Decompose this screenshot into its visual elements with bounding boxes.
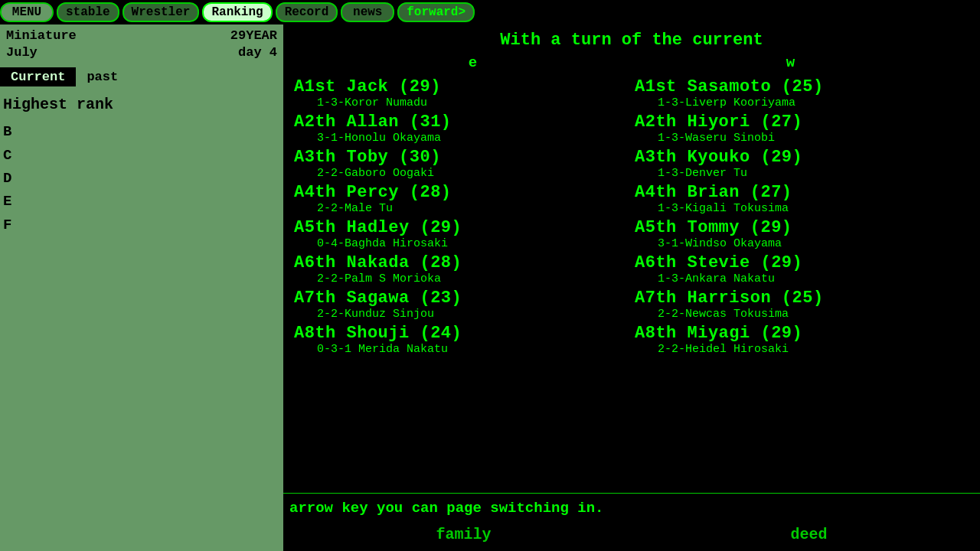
wrestlers-grid: A1st Jack (29)1-3-Koror NumaduA2th Allan… (283, 73, 980, 493)
right-wrestler-4: A5th Tommy (29)3-1-Windso Okayama (632, 217, 972, 252)
left-wrestler-name-2: A3th Toby (30) (294, 148, 629, 167)
left-column: A1st Jack (29)1-3-Koror NumaduA2th Allan… (291, 76, 632, 490)
right-wrestler-name-0: A1st Sasamoto (25) (635, 77, 969, 96)
left-wrestler-1: A2th Allan (31)3-1-Honolu Okayama (291, 111, 632, 146)
left-wrestler-record-2: 2-2-Gaboro Oogaki (294, 167, 629, 180)
forward-button[interactable]: forward> (397, 2, 475, 22)
subtitle-left: e (469, 53, 477, 73)
left-wrestler-name-7: A8th Shouji (24) (294, 324, 629, 343)
subtitle-right: w (786, 53, 795, 73)
left-wrestler-record-6: 2-2-Kunduz Sinjou (294, 308, 629, 321)
right-wrestler-record-2: 1-3-Denver Tu (635, 167, 969, 180)
right-wrestler-name-3: A4th Brian (27) (635, 183, 969, 202)
main-layout: Miniature 29YEAR July day 4 Current past… (0, 24, 980, 551)
left-wrestler-7: A8th Shouji (24)0-3-1 Merida Nakatu (291, 322, 632, 357)
left-wrestler-record-4: 0-4-Baghda Hirosaki (294, 237, 629, 250)
left-wrestler-record-7: 0-3-1 Merida Nakatu (294, 343, 629, 356)
right-wrestler-record-4: 3-1-Windso Okayama (635, 237, 969, 250)
bottom-deed[interactable]: deed (790, 526, 827, 543)
left-wrestler-record-0: 1-3-Koror Numadu (294, 96, 629, 109)
left-wrestler-name-3: A4th Percy (28) (294, 183, 629, 202)
right-wrestler-0: A1st Sasamoto (25)1-3-Liverp Kooriyama (632, 76, 972, 111)
top-nav: MENU stable Wrestler Ranking Record news… (0, 0, 980, 24)
left-wrestler-name-5: A6th Nakada (28) (294, 253, 629, 272)
right-wrestler-1: A2th Hiyori (27)1-3-Waseru Sinobi (632, 111, 972, 146)
sidebar-content: Highest rank B C D E F (0, 86, 283, 243)
right-wrestler-record-6: 2-2-Newcas Tokusima (635, 308, 969, 321)
left-wrestler-record-1: 3-1-Honolu Okayama (294, 132, 629, 145)
bottom-bar: family deed (286, 517, 977, 548)
right-wrestler-2: A3th Kyouko (29)1-3-Denver Tu (632, 146, 972, 181)
right-wrestler-7: A8th Miyagi (29)2-2-Heidel Hirosaki (632, 322, 972, 357)
left-wrestler-6: A7th Sagawa (23)2-2-Kunduz Sinjou (291, 287, 632, 322)
content-header: With a turn of the current e w (283, 24, 980, 73)
bottom-family[interactable]: family (436, 526, 491, 543)
left-wrestler-2: A3th Toby (30)2-2-Gaboro Oogaki (291, 146, 632, 181)
tab-current[interactable]: Current (0, 67, 76, 86)
right-wrestler-name-5: A6th Stevie (29) (635, 253, 969, 272)
content-area: With a turn of the current e w A1st Jack… (283, 24, 980, 551)
record-button[interactable]: Record (276, 2, 338, 22)
news-button[interactable]: news (341, 2, 394, 22)
left-wrestler-name-4: A5th Hadley (29) (294, 218, 629, 237)
stable-button[interactable]: stable (57, 2, 119, 22)
right-wrestler-record-7: 2-2-Heidel Hirosaki (635, 343, 969, 356)
highest-rank-label: Highest rank (3, 93, 280, 117)
menu-button[interactable]: MENU (0, 2, 54, 22)
grade-e: E (3, 190, 280, 213)
right-wrestler-record-3: 1-3-Kigali Tokusima (635, 202, 969, 215)
right-wrestler-name-2: A3th Kyouko (29) (635, 148, 969, 167)
day-label: day 4 (238, 44, 277, 61)
grade-d: D (3, 167, 280, 190)
sidebar-tabs: Current past (0, 67, 283, 86)
content-footer: arrow key you can page switching in. fam… (283, 493, 980, 551)
sidebar-header: Miniature 29YEAR July day 4 (0, 24, 283, 64)
right-wrestler-name-4: A5th Tommy (29) (635, 218, 969, 237)
footer-message: arrow key you can page switching in. (286, 500, 977, 517)
left-wrestler-record-3: 2-2-Male Tu (294, 202, 629, 215)
tab-past[interactable]: past (76, 67, 129, 86)
sidebar: Miniature 29YEAR July day 4 Current past… (0, 24, 283, 551)
right-wrestler-name-6: A7th Harrison (25) (635, 289, 969, 308)
left-wrestler-3: A4th Percy (28)2-2-Male Tu (291, 181, 632, 217)
left-wrestler-name-0: A1st Jack (29) (294, 77, 629, 96)
right-wrestler-record-5: 1-3-Ankara Nakatu (635, 272, 969, 285)
left-wrestler-name-1: A2th Allan (31) (294, 112, 629, 132)
left-wrestler-name-6: A7th Sagawa (23) (294, 289, 629, 308)
right-column: A1st Sasamoto (25)1-3-Liverp KooriyamaA2… (632, 76, 972, 490)
right-wrestler-6: A7th Harrison (25)2-2-Newcas Tokusima (632, 287, 972, 322)
left-wrestler-0: A1st Jack (29)1-3-Koror Numadu (291, 76, 632, 111)
left-wrestler-record-5: 2-2-Palm S Morioka (294, 272, 629, 285)
right-wrestler-3: A4th Brian (27)1-3-Kigali Tokusima (632, 181, 972, 217)
right-wrestler-record-0: 1-3-Liverp Kooriyama (635, 96, 969, 109)
header-title: With a turn of the current (283, 29, 980, 53)
right-wrestler-name-1: A2th Hiyori (27) (635, 112, 969, 132)
right-wrestler-5: A6th Stevie (29)1-3-Ankara Nakatu (632, 252, 972, 287)
wrestler-button[interactable]: Wrestler (122, 2, 200, 22)
year-label: 29YEAR (230, 28, 277, 44)
right-wrestler-name-7: A8th Miyagi (29) (635, 324, 969, 343)
grade-c: C (3, 144, 280, 167)
grade-b: B (3, 120, 280, 143)
month-label: July (6, 44, 38, 61)
left-wrestler-4: A5th Hadley (29)0-4-Baghda Hirosaki (291, 217, 632, 252)
right-wrestler-record-1: 1-3-Waseru Sinobi (635, 132, 969, 145)
left-wrestler-5: A6th Nakada (28)2-2-Palm S Morioka (291, 252, 632, 287)
miniature-label: Miniature (6, 28, 77, 44)
ranking-button[interactable]: Ranking (202, 2, 272, 22)
grade-f: F (3, 214, 280, 236)
